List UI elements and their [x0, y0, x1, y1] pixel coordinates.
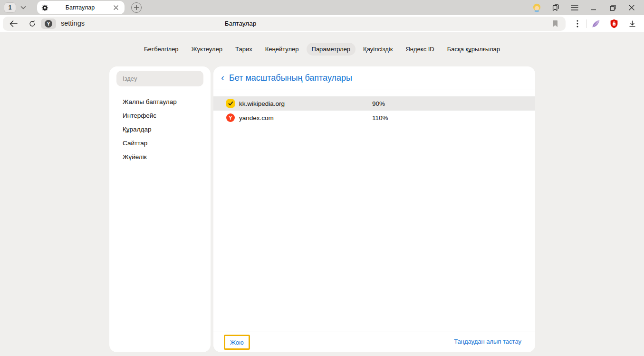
browser-window: 1 Баптаулар	[0, 0, 644, 356]
settings-gear-icon	[41, 4, 48, 11]
settings-page: Бетбелгілер Жүктеулер Тарих Кеңейтулер П…	[0, 32, 644, 356]
address-bar[interactable]: Y settings Баптаулар	[3, 17, 566, 31]
tabs-dropdown-button[interactable]	[16, 2, 30, 13]
page-title: Баптаулар	[225, 20, 256, 27]
sidebar-item-system[interactable]: Жүйелік	[123, 150, 207, 164]
address-bar-row: Y settings Баптаулар	[0, 15, 644, 32]
all-tabs-icon[interactable]	[546, 0, 565, 15]
tab-close-icon[interactable]	[112, 3, 120, 12]
panel-title: Бет масштабының баптаулары	[229, 73, 352, 83]
site-name: kk.wikipedia.org	[239, 100, 285, 107]
zoom-value: 110%	[372, 114, 388, 122]
table-row[interactable]: kk.wikipedia.org 90%	[213, 96, 535, 111]
sidebar-menu: Жалпы баптаулар Интерфейс Құралдар Сайтт…	[123, 95, 207, 164]
titlebar-controls	[527, 0, 644, 15]
nav-tab-history[interactable]: Тарих	[230, 43, 258, 56]
checkbox-checked-icon[interactable]	[226, 99, 235, 108]
table-row[interactable]: Y yandex.com 110%	[213, 111, 535, 125]
toolbar-right-icons	[568, 17, 641, 31]
tab-bar: 1 Баптаулар	[0, 0, 644, 15]
yandex-favicon: Y	[226, 113, 235, 122]
close-window-button[interactable]	[622, 0, 641, 15]
delete-button[interactable]: Жою	[224, 335, 250, 350]
new-tab-button[interactable]	[131, 2, 142, 13]
restore-button[interactable]	[603, 0, 622, 15]
url-text[interactable]: settings	[61, 19, 85, 27]
panel-footer: Жою Таңдаудан алып тастау	[213, 331, 535, 352]
deselect-all-link[interactable]: Таңдаудан алып тастау	[454, 338, 521, 345]
feather-extension-icon[interactable]	[587, 17, 605, 30]
sidebar-item-general[interactable]: Жалпы баптаулар	[123, 95, 207, 109]
search-input[interactable]	[116, 71, 203, 86]
menu-hamburger-icon[interactable]	[565, 0, 584, 15]
settings-sidebar: Жалпы баптаулар Интерфейс Құралдар Сайтт…	[109, 66, 211, 352]
site-badge[interactable]: Y	[41, 19, 56, 29]
back-chevron-icon[interactable]: ‹	[221, 72, 224, 83]
settings-nav: Бетбелгілер Жүктеулер Тарих Кеңейтулер П…	[0, 43, 644, 56]
minimize-button[interactable]	[584, 0, 603, 15]
tab-title: Баптаулар	[48, 4, 112, 11]
tab-counter-button[interactable]: 1	[4, 2, 16, 13]
nav-tab-settings[interactable]: Параметрлер	[307, 43, 356, 56]
plus-icon	[134, 5, 139, 10]
site-zoom-list: kk.wikipedia.org 90% Y yandex.com 110%	[213, 96, 535, 125]
nav-tab-yandex-id[interactable]: Яндекс ID	[400, 43, 439, 56]
downloads-icon[interactable]	[623, 17, 641, 30]
chevron-down-icon	[20, 6, 26, 9]
protect-shield-icon[interactable]	[605, 17, 623, 30]
yandex-logo-icon: Y	[45, 20, 52, 28]
nav-tab-extensions[interactable]: Кеңейтулер	[260, 43, 304, 56]
nav-tab-security[interactable]: Қауіпсіздік	[358, 43, 398, 56]
zoom-value: 90%	[372, 100, 385, 107]
kebab-menu-icon[interactable]	[568, 17, 586, 30]
back-button[interactable]	[7, 18, 20, 29]
active-tab[interactable]: Баптаулар	[37, 1, 125, 14]
nav-tab-downloads[interactable]: Жүктеулер	[186, 43, 228, 56]
bookmark-flag-icon[interactable]	[549, 19, 561, 29]
profile-avatar[interactable]	[527, 0, 546, 15]
sidebar-item-sites[interactable]: Сайттар	[123, 136, 207, 150]
sidebar-item-tools[interactable]: Құралдар	[123, 122, 207, 136]
zoom-settings-panel: ‹ Бет масштабының баптаулары kk.wikipedi…	[213, 66, 535, 352]
reload-button[interactable]	[26, 18, 39, 29]
site-name: yandex.com	[239, 114, 274, 122]
panel-header: ‹ Бет масштабының баптаулары	[213, 66, 535, 90]
nav-tab-bookmarks[interactable]: Бетбелгілер	[139, 43, 184, 56]
sidebar-item-interface[interactable]: Интерфейс	[123, 109, 207, 122]
nav-tab-other-devices[interactable]: Басқа құрылғылар	[442, 43, 505, 56]
